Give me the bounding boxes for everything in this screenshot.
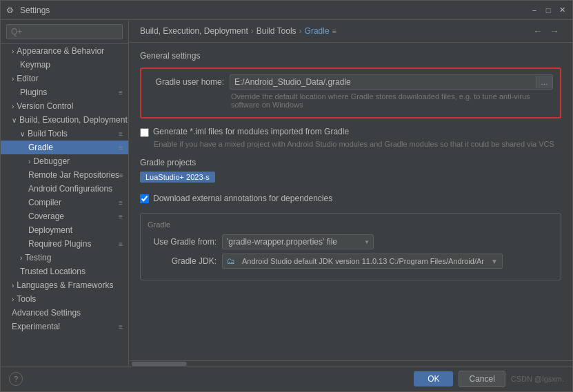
window-title: Settings xyxy=(20,6,50,15)
gradle-user-home-input-wrap: … xyxy=(230,74,553,90)
cancel-button[interactable]: Cancel xyxy=(459,371,505,387)
bottom-left: ? xyxy=(9,372,23,386)
generate-iml-label: Generate *.iml files for modules importe… xyxy=(153,127,349,136)
settings-content: General settings Gradle user home: … Ove… xyxy=(129,43,572,360)
sidebar-item-experimental[interactable]: Experimental ≡ xyxy=(1,320,128,333)
sidebar-badge-experimental: ≡ xyxy=(119,323,123,331)
gradle-jdk-label: Gradle JDK: xyxy=(148,256,217,266)
sidebar-item-testing[interactable]: › Testing xyxy=(1,251,128,265)
sidebar-item-coverage[interactable]: Coverage ≡ xyxy=(1,209,128,223)
sidebar-label-testing: Testing xyxy=(25,253,51,262)
expand-arrow-debugger: › xyxy=(28,158,30,165)
h-scroll-thumb[interactable] xyxy=(132,362,187,366)
title-controls: − □ ✕ xyxy=(530,6,567,15)
sidebar-label-coverage: Coverage xyxy=(28,212,64,221)
sidebar-item-compiler[interactable]: Compiler ≡ xyxy=(1,196,128,209)
sidebar-item-appearance[interactable]: › Appearance & Behavior xyxy=(1,44,128,58)
project-tag-container: LuaStudio+ 2023-s xyxy=(140,172,561,188)
search-box xyxy=(1,20,128,44)
sidebar-badge-coverage: ≡ xyxy=(119,213,123,220)
generate-iml-hint: Enable if you have a mixed project with … xyxy=(154,140,561,148)
app-icon: ⚙ xyxy=(6,6,16,15)
maximize-button[interactable]: □ xyxy=(543,6,553,15)
watermark: CSDN @lgsxm. xyxy=(511,375,564,383)
sidebar-label-appearance: Appearance & Behavior xyxy=(17,46,104,56)
gradle-jdk-row: Gradle JDK: 🗂 Android Studio default JDK… xyxy=(148,254,554,269)
ok-button[interactable]: OK xyxy=(414,371,453,386)
expand-arrow-tools: › xyxy=(12,296,14,303)
sidebar-item-plugins[interactable]: Plugins ≡ xyxy=(1,85,128,99)
sidebar-label-android-configs: Android Configurations xyxy=(28,184,112,194)
title-bar-left: ⚙ Settings xyxy=(6,6,50,15)
expand-arrow-languages: › xyxy=(12,282,14,289)
sidebar-item-version-control[interactable]: › Version Control xyxy=(1,99,128,113)
help-button[interactable]: ? xyxy=(9,372,23,386)
breadcrumb-bar: Build, Execution, Deployment › Build Too… xyxy=(129,20,572,43)
breadcrumb-forward-button[interactable]: → xyxy=(547,25,561,37)
breadcrumb-back-button[interactable]: ← xyxy=(531,25,545,37)
sidebar-label-keymap: Keymap xyxy=(20,60,50,70)
use-gradle-from-select[interactable]: 'gradle-wrapper.properties' file xyxy=(222,234,374,249)
close-button[interactable]: ✕ xyxy=(557,6,567,15)
expand-arrow-build-exec: ∨ xyxy=(12,116,17,124)
breadcrumb-nav-controls: ← → xyxy=(531,25,561,37)
sidebar-label-gradle: Gradle xyxy=(28,143,53,152)
horizontal-scrollbar[interactable] xyxy=(129,360,572,366)
sidebar-item-android-configs[interactable]: Android Configurations xyxy=(1,182,128,196)
title-bar: ⚙ Settings − □ ✕ xyxy=(1,1,572,20)
breadcrumb-part3: Gradle xyxy=(305,26,330,36)
sidebar-item-gradle[interactable]: Gradle ≡ xyxy=(1,141,128,154)
gradle-user-home-browse-button[interactable]: … xyxy=(536,76,552,88)
minimize-button[interactable]: − xyxy=(530,6,539,15)
generate-iml-checkbox[interactable] xyxy=(140,128,149,137)
content-area: Build, Execution, Deployment › Build Too… xyxy=(129,20,572,366)
sidebar-label-required-plugins: Required Plugins xyxy=(28,239,91,249)
sidebar-item-advanced-settings[interactable]: Advanced Settings xyxy=(1,306,128,320)
use-gradle-from-label: Use Gradle from: xyxy=(148,237,217,247)
sidebar-item-trusted-locations[interactable]: Trusted Locations xyxy=(1,265,128,278)
sidebar-item-languages[interactable]: › Languages & Frameworks xyxy=(1,278,128,292)
sidebar-badge-plugins: ≡ xyxy=(119,89,123,96)
gradle-jdk-field[interactable]: 🗂 Android Studio default JDK version 11.… xyxy=(222,254,503,269)
general-settings-title: General settings xyxy=(140,51,561,61)
breadcrumb-part1: Build, Execution, Deployment xyxy=(140,26,248,36)
sidebar-item-keymap[interactable]: Keymap xyxy=(1,58,128,72)
gradle-user-home-label: Gradle user home: xyxy=(148,77,224,87)
breadcrumb-part2: Build Tools xyxy=(257,26,296,36)
expand-arrow-version-control: › xyxy=(12,103,14,110)
sidebar-label-deployment: Deployment xyxy=(28,225,72,235)
sidebar-item-debugger[interactable]: › Debugger xyxy=(1,154,128,168)
sidebar-label-advanced-settings: Advanced Settings xyxy=(12,308,81,318)
sidebar-badge-build-tools: ≡ xyxy=(119,130,123,138)
breadcrumb-sep1: › xyxy=(251,26,254,36)
sidebar-item-build-tools[interactable]: ∨ Build Tools ≡ xyxy=(1,127,128,141)
sidebar-item-tools[interactable]: › Tools xyxy=(1,292,128,306)
gradle-section-title: Gradle xyxy=(148,220,554,229)
main-content: › Appearance & Behavior Keymap › Editor … xyxy=(1,20,572,366)
sidebar-label-trusted-locations: Trusted Locations xyxy=(20,267,86,276)
sidebar-badge-remote-jar: ≡ xyxy=(119,172,123,179)
sidebar-label-remote-jar: Remote Jar Repositories xyxy=(28,170,119,180)
generate-iml-row: Generate *.iml files for modules importe… xyxy=(140,127,561,137)
expand-arrow-editor: › xyxy=(12,75,14,83)
breadcrumb: Build, Execution, Deployment › Build Too… xyxy=(140,26,336,36)
sidebar-item-editor[interactable]: › Editor xyxy=(1,72,128,85)
expand-arrow-build-tools: ∨ xyxy=(20,130,25,138)
sidebar-label-compiler: Compiler xyxy=(28,198,61,207)
sidebar-label-debugger: Debugger xyxy=(33,156,70,166)
sidebar-item-remote-jar[interactable]: Remote Jar Repositories ≡ xyxy=(1,168,128,182)
breadcrumb-badge: ≡ xyxy=(332,27,336,35)
use-gradle-from-row: Use Gradle from: 'gradle-wrapper.propert… xyxy=(148,234,554,249)
gradle-user-home-input[interactable] xyxy=(230,75,536,89)
project-tag[interactable]: LuaStudio+ 2023-s xyxy=(140,172,215,183)
sidebar-item-required-plugins[interactable]: Required Plugins ≡ xyxy=(1,237,128,251)
sidebar-item-deployment[interactable]: Deployment xyxy=(1,223,128,237)
expand-arrow-appearance: › xyxy=(12,48,14,55)
sidebar-label-version-control: Version Control xyxy=(17,101,73,111)
sidebar-label-experimental: Experimental xyxy=(12,322,60,331)
breadcrumb-sep2: › xyxy=(299,26,302,36)
download-annotations-checkbox[interactable] xyxy=(140,194,149,203)
search-input[interactable] xyxy=(6,24,123,39)
sidebar-item-build-exec[interactable]: ∨ Build, Execution, Deployment xyxy=(1,113,128,127)
settings-window: ⚙ Settings − □ ✕ › Appearance & Behavior… xyxy=(0,0,573,392)
